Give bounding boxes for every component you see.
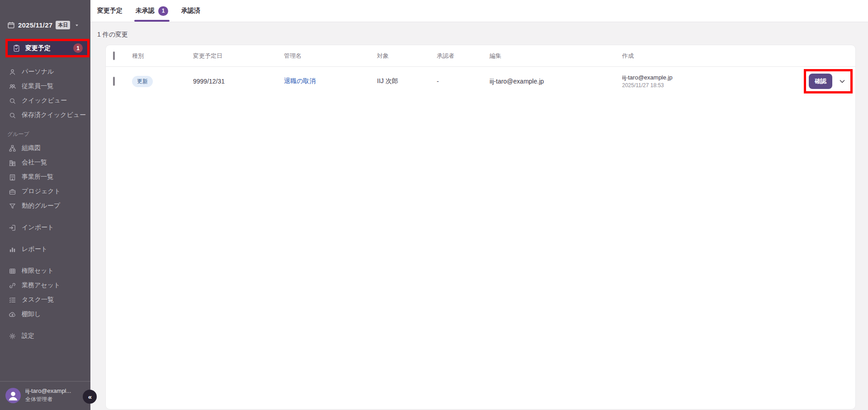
tab-label: 承認済	[181, 7, 200, 15]
sidebar-collapse-button[interactable]: «	[83, 390, 97, 404]
sidebar-item-label: プロジェクト	[22, 187, 61, 196]
avatar	[5, 388, 21, 403]
change-count-summary: 1 件の変更	[97, 31, 868, 39]
target-cell: IIJ 次郎	[377, 77, 437, 85]
row-checkbox[interactable]	[113, 77, 115, 86]
chevron-down-icon	[74, 23, 80, 28]
user-role: 全体管理者	[25, 396, 71, 403]
annotation-box-action: 確認	[804, 69, 853, 93]
created-by: iij-taro@example.jp	[622, 74, 788, 81]
office-icon	[9, 173, 16, 181]
sidebar-item-label: 棚卸し	[22, 310, 41, 318]
created-cell: iij-taro@example.jp 2025/11/27 18:53	[622, 74, 788, 89]
annotation-box-sidebar: 変更予定 1	[5, 39, 90, 57]
sidebar-item-permission-set[interactable]: 権限セット	[0, 264, 90, 278]
confirm-button[interactable]: 確認	[809, 74, 832, 89]
sidebar-item-label: タスク一覧	[22, 296, 54, 304]
main-content: 変更予定 未承認 1 承認済 1 件の変更 種別 変更予定日 管理名 対象 承認…	[90, 0, 868, 410]
user-account[interactable]: iij-taro@exampl... 全体管理者	[0, 381, 90, 410]
org-chart-icon	[9, 144, 16, 152]
sidebar-item-company-list[interactable]: 会社一覧	[0, 155, 90, 170]
sidebar-item-saved-quick-view[interactable]: 保存済クイックビュー	[0, 108, 90, 122]
table-header-row: 種別 変更予定日 管理名 対象 承認者 編集 作成	[106, 45, 855, 67]
date-picker[interactable]: 2025/11/27 本日	[7, 21, 90, 29]
sidebar-item-label: 権限セット	[22, 267, 54, 275]
scheduled-date-cell: 9999/12/31	[193, 78, 284, 85]
briefcase-icon	[9, 188, 16, 196]
sidebar-item-label: 変更予定	[25, 44, 51, 52]
column-header-created: 作成	[622, 52, 788, 60]
sidebar-item-label: 保存済クイックビュー	[22, 111, 86, 119]
column-header-target: 対象	[377, 52, 437, 60]
gear-icon	[9, 332, 16, 340]
sidebar-item-label: レポート	[22, 245, 47, 253]
company-list-icon	[9, 159, 16, 167]
sidebar-item-label: 組織図	[22, 144, 41, 152]
sidebar-item-quick-view[interactable]: クイックビュー	[0, 93, 90, 108]
created-at: 2025/11/27 18:53	[622, 82, 788, 89]
tab-label: 未承認	[136, 7, 155, 15]
pending-count-badge: 1	[73, 43, 83, 53]
approver-cell: -	[437, 78, 490, 85]
sidebar-item-label: パーソナル	[22, 68, 54, 76]
sidebar-item-label: 従業員一覧	[22, 82, 53, 90]
sidebar-item-label: インポート	[22, 224, 54, 232]
search-icon	[9, 112, 16, 119]
tab-unapproved[interactable]: 未承認 1	[136, 0, 168, 22]
sidebar-item-employee-list[interactable]: 従業員一覧	[0, 79, 90, 93]
sidebar-item-business-asset[interactable]: 業務アセット	[0, 278, 90, 293]
sidebar-item-label: 設定	[22, 332, 34, 340]
link-icon	[9, 282, 16, 289]
user-email: iij-taro@exampl...	[25, 387, 71, 394]
column-header-approver: 承認者	[437, 52, 490, 60]
editor-cell: iij-taro@example.jp	[490, 78, 622, 85]
person-icon	[9, 68, 16, 76]
column-header-scheduled-date: 変更予定日	[193, 52, 284, 60]
funnel-icon	[9, 202, 16, 210]
import-icon	[9, 224, 16, 232]
column-header-editor: 編集	[490, 52, 622, 60]
column-header-type: 種別	[132, 52, 193, 60]
tab-change-schedule[interactable]: 変更予定	[97, 0, 123, 22]
sidebar-item-dynamic-group[interactable]: 動的グループ	[0, 199, 90, 213]
table-row: 更新 9999/12/31 退職の取消 IIJ 次郎 - iij-taro@ex…	[106, 67, 855, 96]
select-all-checkbox[interactable]	[113, 51, 115, 60]
sidebar-item-label: 業務アセット	[22, 281, 60, 289]
sidebar-item-org-chart[interactable]: 組織図	[0, 141, 90, 155]
sidebar-item-task-list[interactable]: タスク一覧	[0, 293, 90, 307]
changes-table-card: 種別 変更予定日 管理名 対象 承認者 編集 作成 更新 9999/12/31 …	[105, 45, 856, 410]
tab-label: 変更予定	[97, 7, 123, 15]
grid-icon	[9, 267, 16, 275]
search-icon	[9, 97, 16, 105]
today-badge: 本日	[56, 21, 70, 29]
sidebar-item-inventory[interactable]: 棚卸し	[0, 307, 90, 321]
clipboard-check-icon	[13, 44, 20, 52]
column-header-name: 管理名	[284, 52, 377, 60]
current-date: 2025/11/27	[18, 21, 52, 29]
sidebar-item-change-schedule[interactable]: 変更予定 1	[8, 41, 87, 55]
chevron-down-icon[interactable]	[838, 77, 846, 85]
sidebar-item-office-list[interactable]: 事業所一覧	[0, 170, 90, 184]
change-name-link[interactable]: 退職の取消	[284, 77, 316, 84]
sidebar-section-group: グループ	[0, 130, 90, 138]
sidebar-item-personal[interactable]: パーソナル	[0, 65, 90, 79]
sidebar-item-label: 事業所一覧	[22, 173, 53, 181]
sidebar-item-report[interactable]: レポート	[0, 242, 90, 256]
sidebar-item-project[interactable]: プロジェクト	[0, 184, 90, 199]
tab-bar: 変更予定 未承認 1 承認済	[90, 0, 868, 22]
calendar-icon	[7, 21, 15, 29]
people-icon	[9, 83, 16, 90]
task-list-icon	[9, 296, 16, 304]
sidebar-item-import[interactable]: インポート	[0, 220, 90, 235]
tab-approved[interactable]: 承認済	[181, 0, 200, 22]
bar-chart-icon	[9, 246, 16, 253]
type-badge: 更新	[132, 76, 153, 87]
cloud-download-icon	[9, 311, 16, 318]
sidebar-item-label: 動的グループ	[22, 202, 60, 210]
tab-count-badge: 1	[158, 6, 168, 16]
sidebar-item-label: クイックビュー	[22, 97, 67, 105]
sidebar: 2025/11/27 本日 変更予定 1 パーソナル 従業員一覧 クイックビュー	[0, 0, 90, 410]
sidebar-item-label: 会社一覧	[22, 158, 47, 167]
sidebar-item-settings[interactable]: 設定	[0, 329, 90, 343]
